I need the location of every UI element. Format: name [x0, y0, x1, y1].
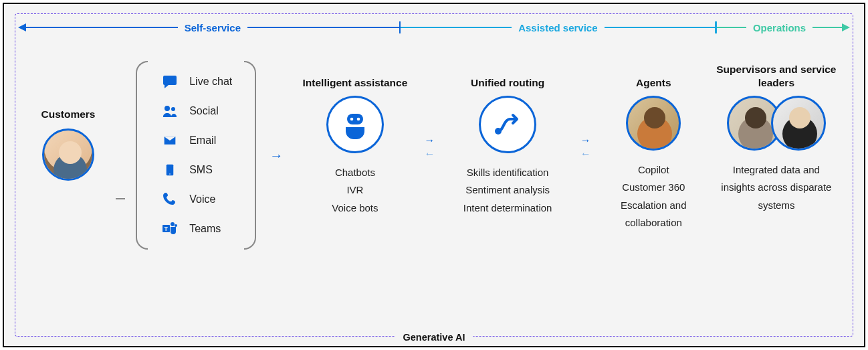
teams-icon: T — [160, 220, 180, 238]
list-item: Intent determination — [463, 199, 552, 217]
svg-point-11 — [495, 128, 502, 135]
svg-point-1 — [171, 107, 175, 111]
channel-email: Email — [160, 132, 232, 149]
svg-point-6 — [171, 222, 175, 226]
bracket-left-icon — [136, 61, 148, 250]
intelligent-items: Chatbots IVR Voice bots — [332, 164, 378, 217]
list-item: Sentiment analysis — [463, 181, 552, 199]
channel-label: Email — [189, 135, 216, 147]
supervisor-avatars — [727, 96, 826, 151]
channel-social: Social — [160, 102, 232, 120]
flow-arrow-icon: → — [267, 148, 286, 163]
diagram-flow: Customers Live chat Social — [15, 41, 853, 250]
bidirectional-arrow-icon: →← — [425, 135, 435, 160]
routing-title: Unified routing — [471, 61, 544, 89]
generative-ai-label: Generative AI — [395, 332, 473, 343]
list-item: Skills identification — [463, 164, 552, 181]
connector-line — [116, 198, 125, 199]
bot-icon — [326, 96, 384, 153]
routing-icon — [479, 96, 536, 153]
channel-list: Live chat Social Email SMS — [154, 61, 237, 250]
list-item: Escalation and collaboration — [602, 197, 706, 232]
customer-avatar — [42, 128, 94, 181]
supervisors-title: Supervisors and service leaders — [716, 61, 837, 89]
timeline-label-operations: Operations — [746, 22, 812, 33]
svg-point-7 — [175, 224, 177, 227]
bidirectional-arrow-icon: →← — [580, 135, 591, 160]
list-item: Customer 360 — [602, 179, 706, 196]
svg-point-10 — [357, 118, 360, 121]
supervisors-node: Supervisors and service leaders Integrat… — [716, 61, 837, 214]
outer-frame: Self-service Assisted service Operations — [3, 3, 865, 347]
agents-title: Agents — [636, 61, 671, 89]
channel-live-chat: Live chat — [160, 73, 232, 90]
channel-label: Voice — [189, 193, 215, 205]
unified-routing-node: Unified routing Skills identification Se… — [446, 61, 570, 217]
customers-title: Customers — [41, 108, 96, 120]
svg-text:T: T — [165, 226, 169, 232]
timeline-operations: Operations — [717, 22, 850, 33]
svg-point-0 — [165, 106, 170, 111]
channel-label: SMS — [189, 164, 213, 176]
service-timeline: Self-service Assisted service Operations — [15, 14, 853, 41]
svg-point-9 — [350, 118, 354, 121]
customers-node: Customers — [31, 108, 105, 181]
timeline-label-assisted: Assisted service — [512, 22, 604, 33]
svg-point-3 — [169, 173, 171, 175]
list-item: Chatbots — [332, 164, 378, 181]
timeline-label-self-service: Self-service — [178, 22, 247, 33]
channel-label: Social — [189, 105, 219, 117]
channel-label: Live chat — [189, 76, 232, 88]
phone-icon — [160, 191, 180, 208]
arrow-right-icon — [842, 23, 850, 31]
supervisor-avatar — [771, 96, 826, 151]
svg-rect-8 — [347, 114, 363, 124]
timeline-self-service: Self-service — [18, 21, 401, 33]
timeline-assisted-service: Assisted service — [401, 21, 717, 33]
channel-label: Teams — [189, 223, 221, 235]
channel-sms: SMS — [160, 161, 232, 179]
list-item: Copilot — [602, 161, 706, 179]
intelligent-title: Intelligent assistance — [303, 61, 408, 89]
bracket-right-icon — [244, 61, 256, 250]
agents-node: Agents Copilot Customer 360 Escalation a… — [602, 61, 706, 232]
envelope-icon — [160, 132, 180, 149]
supervisors-items: Integrated data and insights across disp… — [716, 161, 837, 214]
smartphone-icon — [160, 161, 180, 179]
chat-bubble-icon — [160, 73, 180, 90]
list-item: Integrated data and insights across disp… — [716, 161, 837, 214]
channel-teams: T Teams — [160, 220, 232, 238]
generative-ai-frame: Self-service Assisted service Operations — [15, 13, 853, 337]
people-group-icon — [160, 102, 180, 120]
list-item: Voice bots — [332, 199, 378, 217]
agent-avatar — [626, 96, 681, 151]
routing-items: Skills identification Sentiment analysis… — [463, 164, 552, 217]
list-item: IVR — [332, 181, 378, 199]
agents-items: Copilot Customer 360 Escalation and coll… — [602, 161, 706, 232]
channels-bracket: Live chat Social Email SMS — [136, 61, 256, 250]
channel-voice: Voice — [160, 191, 232, 208]
intelligent-assistance-node: Intelligent assistance Chatbots IVR Voic… — [296, 61, 413, 217]
arrow-left-icon — [18, 23, 26, 31]
